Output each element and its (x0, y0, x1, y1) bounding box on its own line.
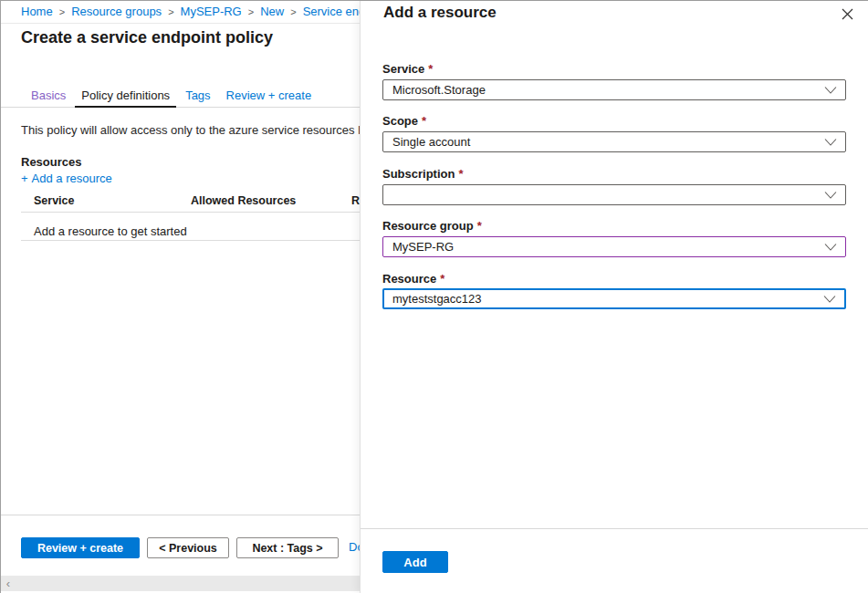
resource-group-field-label: Resource group* (382, 219, 482, 233)
footer-divider (1, 515, 360, 515)
wizard-tabs: Basics Policy definitions Tags Review + … (1, 83, 360, 108)
required-asterisk: * (477, 219, 482, 233)
column-header-service: Service (34, 194, 74, 207)
page-title: Create a service endpoint policy (21, 28, 273, 47)
scope-field-label: Scope* (382, 114, 426, 128)
policy-description: This policy will allow access only to th… (21, 123, 360, 137)
label-text: Resource (382, 272, 436, 286)
breadcrumb-mysep-rg[interactable]: MySEP-RG (181, 5, 242, 18)
subscription-dropdown[interactable] (382, 184, 846, 205)
window-frame: Home>Resource groups>MySEP-RG>New>Servic… (0, 0, 868, 593)
label-text: Resource group (382, 219, 474, 233)
chevron-down-icon (823, 295, 836, 303)
service-dropdown[interactable]: Microsoft.Storage (382, 79, 846, 100)
scope-dropdown[interactable]: Single account (382, 131, 846, 152)
required-asterisk: * (422, 114, 426, 128)
required-asterisk: * (428, 62, 433, 76)
table-row-divider (21, 240, 360, 241)
panel-footer-divider (361, 528, 868, 529)
required-asterisk: * (458, 167, 463, 181)
required-asterisk: * (440, 272, 444, 286)
add-resource-link[interactable]: +Add a resource (21, 172, 112, 185)
chevron-down-icon (824, 86, 837, 94)
add-resource-panel: Add a resource Service* Microsoft.Storag… (360, 1, 868, 593)
breadcrumb: Home>Resource groups>MySEP-RG>New>Servic… (1, 1, 360, 24)
next-tags-button[interactable]: Next : Tags > (236, 537, 339, 558)
resource-field-label: Resource* (382, 272, 444, 286)
wizard-footer: Review + create < Previous Next : Tags >… (1, 537, 360, 559)
breadcrumb-separator-icon: > (248, 6, 254, 17)
label-text: Service (382, 62, 424, 76)
download-template-link[interactable]: Do (349, 540, 360, 554)
scope-dropdown-value: Single account (392, 135, 470, 149)
breadcrumb-separator-icon: > (59, 6, 65, 17)
chevron-down-icon (824, 243, 837, 251)
table-header-divider (21, 212, 360, 213)
breadcrumb-resource-groups[interactable]: Resource groups (71, 5, 162, 18)
add-button[interactable]: Add (382, 551, 448, 573)
chevron-down-icon (824, 138, 837, 146)
resource-dropdown-value: myteststgacc123 (392, 292, 482, 306)
column-header-allowed-resources: Allowed Resources (191, 194, 296, 207)
subscription-field-label: Subscription* (382, 167, 464, 181)
breadcrumb-separator-icon: > (168, 6, 173, 17)
create-policy-page: Home>Resource groups>MySEP-RG>New>Servic… (1, 1, 360, 593)
column-header-truncated: Re (351, 194, 360, 207)
panel-title: Add a resource (383, 4, 497, 22)
tab-policy-definitions[interactable]: Policy definitions (75, 83, 176, 107)
breadcrumb-service-endpoint[interactable]: Service endpoi (303, 5, 360, 18)
add-resource-link-label: Add a resource (32, 172, 112, 185)
scrollbar-left-arrow-icon[interactable]: ‹ (1, 576, 16, 591)
table-empty-message: Add a resource to get started (34, 224, 187, 238)
resources-table-header-row: Service Allowed Resources Re (1, 194, 360, 209)
service-field-label: Service* (382, 62, 433, 76)
plus-icon: + (21, 172, 28, 185)
resources-heading: Resources (21, 155, 81, 169)
resource-group-dropdown[interactable]: MySEP-RG (382, 236, 846, 257)
breadcrumb-separator-icon: > (290, 6, 296, 17)
breadcrumb-home[interactable]: Home (21, 5, 53, 18)
horizontal-scrollbar[interactable]: ‹ (1, 576, 360, 591)
resource-group-dropdown-value: MySEP-RG (392, 240, 454, 254)
tab-basics[interactable]: Basics (25, 83, 72, 107)
chevron-down-icon (824, 191, 837, 199)
service-dropdown-value: Microsoft.Storage (392, 83, 486, 97)
resource-dropdown[interactable]: myteststgacc123 (382, 288, 846, 309)
close-icon-glyph (842, 8, 853, 20)
label-text: Scope (382, 114, 418, 128)
breadcrumb-new[interactable]: New (260, 5, 284, 18)
review-create-button[interactable]: Review + create (21, 537, 140, 558)
label-text: Subscription (382, 167, 455, 181)
close-icon[interactable] (839, 5, 855, 22)
tab-tags[interactable]: Tags (179, 83, 216, 107)
previous-button[interactable]: < Previous (147, 537, 229, 558)
tab-review-create[interactable]: Review + create (220, 83, 319, 107)
